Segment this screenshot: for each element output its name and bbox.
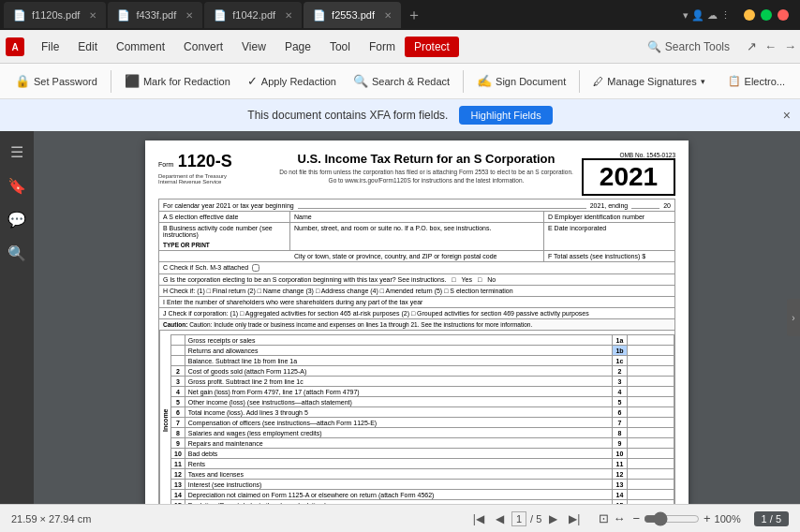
menu-right-area: 🔍 Search Tools ↗ ← →: [638, 37, 796, 57]
menu-convert[interactable]: Convert: [174, 37, 232, 57]
line-desc: Net gain (loss) from Form 4797, line 17 …: [185, 387, 612, 397]
share-icon[interactable]: ↗: [747, 39, 757, 53]
table-row: 7 Compensation of officers (see instruct…: [171, 418, 674, 428]
forward-icon[interactable]: →: [784, 39, 796, 53]
document-viewer[interactable]: Form 1120-S Department of the Treasury I…: [34, 131, 800, 504]
sidebar-comments-icon[interactable]: 💬: [4, 206, 30, 232]
tab-close-f1042[interactable]: ✕: [285, 10, 292, 21]
minimize-button[interactable]: [744, 9, 755, 21]
field-d-label: D Employer identification number: [548, 214, 644, 220]
toolbar-separator-2: [463, 70, 464, 93]
maximize-button[interactable]: [761, 9, 772, 21]
search-redact-button[interactable]: 🔍 Search & Redact: [346, 70, 457, 92]
sign-document-button[interactable]: ✍ Sign Document: [469, 70, 573, 92]
set-password-button[interactable]: 🔒 Set Password: [7, 70, 105, 92]
xfa-close-button[interactable]: ×: [783, 108, 791, 123]
mark-redaction-button[interactable]: ⬛ Mark for Redaction: [117, 70, 238, 92]
calendar-row: For calendar year 2021 or tax year begin…: [158, 199, 675, 212]
line-desc: Gross profit. Subtract line 2 from line …: [185, 377, 612, 387]
menu-view[interactable]: View: [232, 37, 275, 57]
table-row: Gross receipts or sales 1a: [171, 335, 674, 346]
table-row: Returns and allowances 1b: [171, 346, 674, 356]
line-amount: [628, 490, 674, 500]
zoom-slider[interactable]: [644, 511, 700, 526]
form-url: Go to www.irs.gov/Form1120S for instruct…: [271, 177, 582, 184]
tab-close-f433f[interactable]: ✕: [185, 10, 193, 21]
menu-protect[interactable]: Protect: [405, 37, 459, 57]
manage-signatures-button[interactable]: 🖊 Manage Signatures ▾: [585, 72, 712, 91]
field-row-city: x City or town, state or province, count…: [158, 251, 675, 262]
line-number: 5: [171, 397, 185, 407]
menu-file[interactable]: File: [32, 37, 68, 57]
field-j-label: J Check if corporation: (1) □ Aggregated…: [163, 310, 589, 317]
line-desc: Salaries and wages (less employment cred…: [185, 428, 612, 438]
income-section: Income Gross receipts or sales 1a Return…: [158, 331, 675, 504]
search-tools-button[interactable]: 🔍 Search Tools: [638, 37, 739, 57]
tab-label: f2553.pdf: [332, 9, 375, 21]
menu-edit[interactable]: Edit: [68, 37, 107, 57]
highlight-fields-button[interactable]: Highlight Fields: [459, 106, 552, 125]
line-desc: Cost of goods sold (attach Form 1125-A): [185, 366, 612, 377]
sidebar-bookmarks-icon[interactable]: 🔖: [4, 172, 30, 199]
zoom-out-button[interactable]: −: [632, 511, 640, 525]
sidebar-panels-icon[interactable]: ☰: [4, 139, 30, 165]
omb-number: OMB No. 1545-0123: [582, 152, 675, 158]
tab-f1120s[interactable]: 📄 f1120s.pdf ✕: [4, 2, 106, 28]
omb-year-block: OMB No. 1545-0123 2021: [582, 152, 675, 196]
tab-close-f1120s[interactable]: ✕: [89, 10, 96, 21]
line-desc: Balance. Subtract line 1b from line 1a: [185, 356, 612, 366]
menu-tool[interactable]: Tool: [320, 37, 360, 57]
line-label: 10: [613, 449, 628, 459]
line-number: 15: [171, 500, 185, 505]
page-dimensions: 21.59 × 27.94 cm: [11, 513, 91, 525]
tab-f433f[interactable]: 📄 f433f.pdf ✕: [108, 2, 202, 28]
line-amount: [628, 346, 674, 356]
line-desc: Total income (loss). Add lines 3 through…: [185, 407, 612, 418]
check-c-checkbox[interactable]: [252, 264, 259, 272]
fit-width-icon[interactable]: ↔: [613, 511, 625, 525]
tab-close-f2553[interactable]: ✕: [384, 10, 392, 21]
line-number: 2: [171, 366, 185, 377]
tab-f2553[interactable]: 📄 f2553.pdf ✕: [304, 2, 401, 28]
protect-toolbar: 🔒 Set Password ⬛ Mark for Redaction ✓ Ap…: [0, 64, 800, 99]
sidebar-search-icon[interactable]: 🔍: [4, 240, 30, 266]
last-page-button[interactable]: ▶|: [565, 510, 584, 527]
menu-form[interactable]: Form: [360, 37, 405, 57]
profile-icon[interactable]: 👤: [691, 9, 704, 22]
xfa-message: This document contains XFA form fields.: [247, 109, 448, 122]
close-button[interactable]: [778, 9, 789, 21]
back-icon[interactable]: ←: [764, 39, 777, 53]
fit-page-icon[interactable]: ⊡: [599, 511, 609, 525]
page-input[interactable]: 1: [511, 511, 526, 526]
ending-label: 2021, ending: [590, 202, 628, 209]
next-page-button[interactable]: ▶: [545, 510, 561, 527]
page-navigation: |◀ ◀ 1 / 5 ▶ ▶|: [469, 510, 585, 527]
table-row: 6 Total income (loss). Add lines 3 throu…: [171, 407, 674, 418]
right-panel-toggle[interactable]: ›: [787, 299, 800, 336]
lock-icon: 🔒: [15, 74, 30, 88]
first-page-button[interactable]: |◀: [469, 510, 488, 527]
main-content-area: ☰ 🔖 💬 🔍 Form 1120-S Department of the Tr…: [0, 131, 800, 504]
status-bar: 21.59 × 27.94 cm |◀ ◀ 1 / 5 ▶ ▶| ⊡ ↔ − +…: [0, 504, 800, 532]
menu-page[interactable]: Page: [275, 37, 320, 57]
menu-comment[interactable]: Comment: [107, 37, 174, 57]
field-row-j: J Check if corporation: (1) □ Aggregated…: [158, 308, 675, 319]
toolbar-right: 📋 Electro...: [720, 71, 793, 91]
cloud-icon[interactable]: ☁: [707, 9, 718, 22]
table-row: 10 Bad debts 10: [171, 449, 674, 459]
pdf-icon: 📄: [13, 9, 26, 22]
new-tab-button[interactable]: ＋: [403, 6, 425, 25]
field-row-ad: A S election effective date Name D Emplo…: [158, 212, 675, 223]
tab-f1042[interactable]: 📄 f1042.pdf ✕: [204, 2, 302, 28]
apply-redaction-button[interactable]: ✓ Apply Redaction: [240, 70, 344, 92]
line-amount: [628, 428, 674, 438]
prev-page-button[interactable]: ◀: [492, 510, 508, 527]
line-label: 4: [613, 387, 628, 397]
overflow-tabs-icon[interactable]: ▾: [683, 9, 689, 22]
table-row: 5 Other income (loss) (see instructions—…: [171, 397, 674, 407]
field-f: F Total assets (see instructions) $: [544, 251, 674, 261]
zoom-in-button[interactable]: +: [704, 511, 711, 525]
electronic-button[interactable]: 📋 Electro...: [720, 71, 793, 91]
menu-icon[interactable]: ⋮: [720, 9, 731, 22]
line-number: 7: [171, 418, 185, 428]
